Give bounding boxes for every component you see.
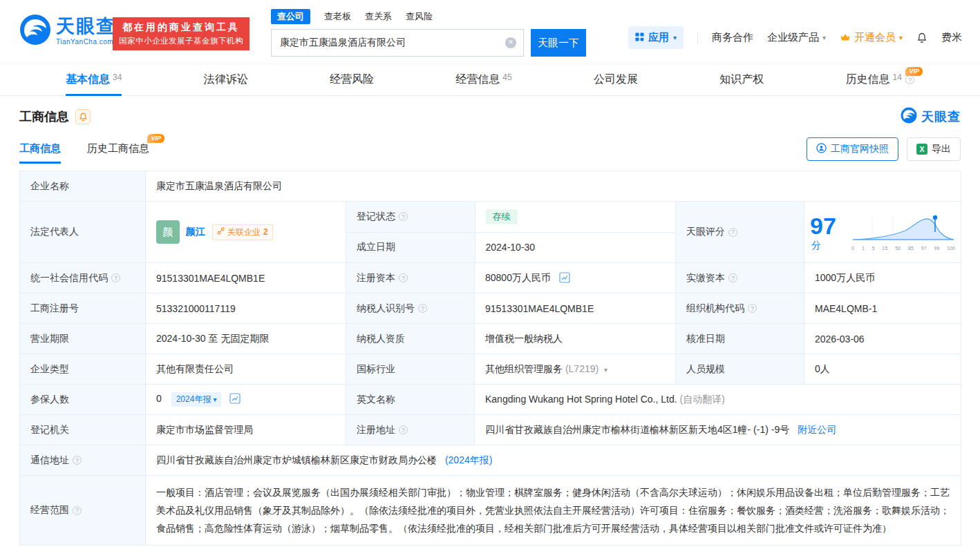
search-tab-boss[interactable]: 查老板 [324,10,351,23]
legal-rep-avatar[interactable]: 颜 [156,220,180,244]
reg-address-value: 四川省甘孜藏族自治州康定市榆林街道榆林新区新天地4区1幢- (-1) -9号 附… [475,415,961,445]
chevron-down-icon [673,34,677,41]
search-tab-relation[interactable]: 查关系 [365,10,392,23]
search-input-box [271,29,524,57]
search-tab-risk[interactable]: 查风险 [406,10,433,23]
insured-trend-icon[interactable] [229,393,241,404]
chevron-down-icon[interactable] [604,366,607,374]
tianyancha-logo-icon [19,14,51,48]
help-icon[interactable] [73,456,82,465]
reg-number-label: 工商注册号 [20,293,146,324]
help-icon[interactable] [728,273,737,282]
help-icon[interactable] [399,212,408,221]
industry-label: 国标行业 [346,354,475,385]
table-row-company-name: 企业名称 康定市五康温泉酒店有限公司 [20,171,961,202]
table-row-authority-address: 登记机关 康定市市场监督管理局 注册地址 四川省甘孜藏族自治州康定市榆林街道榆林… [20,415,961,445]
annual-report-chip[interactable]: 2024年报 [171,392,222,407]
legal-rep-label: 法定代表人 [20,202,146,263]
reg-address-label: 注册地址 [346,415,475,445]
chevron-down-icon [822,34,826,41]
tab-history-info[interactable]: VIP 历史信息14 [846,64,914,95]
legal-rep-name-link[interactable]: 颜江 [186,226,205,238]
company-detail-tabs: 基本信息34 法律诉讼 经营风险 经营信息45 公司发展 知识产权 VIP 历史… [0,64,980,96]
table-row-legal-rep: 法定代表人 颜 颜江 关联企业 2 [20,202,961,263]
app-grid-icon [635,32,644,44]
tab-basic-info[interactable]: 基本信息34 [66,64,122,95]
subtab-history-business-info[interactable]: VIP 历史工商信息 [87,142,149,164]
org-code-value: MAE4LQMB-1 [804,293,961,324]
taxpayer-id-value: 91513301MAE4LQMB1E [475,293,676,324]
export-button[interactable]: 导出 [907,137,961,161]
reg-number-value: 513321000117119 [146,293,346,324]
score-axis: 0151550859799100 [851,246,955,251]
official-snapshot-button[interactable]: 工商官网快照 [807,137,898,161]
status-badge: 存续 [486,209,518,224]
score-chart: 0151550859799100 [851,213,955,251]
score-cell: 97分 0151550859799100 [804,202,961,263]
chevron-down-icon [899,34,903,41]
related-companies-badge[interactable]: 关联企业 2 [212,224,273,240]
reg-authority-label: 登记机关 [20,415,146,445]
tab-operating-risk[interactable]: 经营风险 [330,64,374,95]
taxpayer-quality-value: 增值税一般纳税人 [475,324,676,354]
business-term-label: 营业期限 [20,324,146,354]
score-value: 97分 [810,213,846,252]
reg-authority-value: 康定市市场监督管理局 [146,415,346,445]
tab-operating-info[interactable]: 经营信息45 [455,64,511,95]
tab-company-development[interactable]: 公司发展 [594,64,638,95]
business-scope-value: 一般项目：酒店管理；会议及展览服务（出国办展须经相关部门审批）；物业管理；棋牌室… [146,476,961,545]
help-icon[interactable] [73,506,82,515]
search-button[interactable]: 天眼一下 [531,29,586,57]
search-type-tabs: 查公司 查老板 查关系 查风险 [271,9,586,24]
logo-name: 天眼查 [56,17,116,37]
table-row-mail-address: 通信地址 四川省甘孜藏族自治州康定市炉城镇榆林新区康定市财政局办公楼 (2024… [20,445,961,476]
approval-date-label: 核准日期 [676,324,804,354]
nav-divider [697,32,698,44]
nav-business-cooperation[interactable]: 商务合作 [712,31,753,44]
apps-menu[interactable]: 应用 [628,26,684,49]
approval-date-value: 2026-03-06 [804,324,961,354]
reg-status-label: 登记状态 [346,202,475,232]
help-icon[interactable] [399,273,408,282]
help-icon[interactable] [111,273,120,282]
logo-domain: TianYanCha.com [56,38,116,46]
vip-badge: VIP [905,67,923,76]
search-tab-company[interactable]: 查公司 [271,9,310,24]
user-menu[interactable]: 费米 [941,31,962,44]
help-icon[interactable] [418,304,427,313]
org-code-label: 组织机构代码 [676,293,804,324]
clear-icon[interactable] [505,37,516,48]
top-header: 天眼查 TianYanCha.com 都在用的商业查询工具 国家中小企业发展子基… [0,0,980,64]
section-watermark-logo: 天眼查 [901,107,961,126]
business-term-value: 2024-10-30 至 无固定期限 [146,324,346,354]
top-right-nav: 应用 商务合作 企业级产品 开通会员 费米 [628,26,962,49]
status-date-nested-cell: 登记状态 存续 成立日期 2024-10-30 [346,202,676,263]
mail-address-label: 通信地址 [20,445,146,476]
tab-intellectual-property[interactable]: 知识产权 [719,64,764,95]
nav-open-vip[interactable]: 开通会员 [840,31,903,44]
table-row-business-scope: 经营范围 一般项目：酒店管理；会议及展览服务（出国办展须经相关部门审批）；物业管… [20,476,961,545]
username: 费米 [941,31,962,44]
nearby-companies-link[interactable]: 附近公司 [798,424,836,435]
subscribe-bell-icon[interactable] [75,109,91,124]
subtab-business-info[interactable]: 工商信息 [19,142,61,164]
insured-value: 0 2024年报 [146,385,346,415]
section-title: 工商信息 [19,108,69,125]
tianyancha-logo[interactable]: 天眼查 TianYanCha.com [19,14,116,48]
notification-bell-icon[interactable] [916,32,927,44]
tab-legal-proceedings[interactable]: 法律诉讼 [204,64,248,95]
capital-change-icon[interactable] [559,272,570,283]
auto-translate-note: (自动翻译) [679,394,724,405]
help-icon[interactable] [905,75,914,84]
taxpayer-id-label: 纳税人识别号 [346,293,475,324]
excel-icon [916,144,927,155]
help-icon[interactable] [399,425,408,434]
crown-icon [840,32,851,44]
english-name-label: 英文名称 [346,385,475,415]
help-icon[interactable] [748,304,757,313]
search-input[interactable] [272,37,523,48]
nav-enterprise-products[interactable]: 企业级产品 [767,31,826,44]
help-icon[interactable] [728,228,737,237]
score-label: 天眼评分 [676,202,804,263]
mail-address-annual-report-link[interactable]: (2024年报) [445,454,492,465]
